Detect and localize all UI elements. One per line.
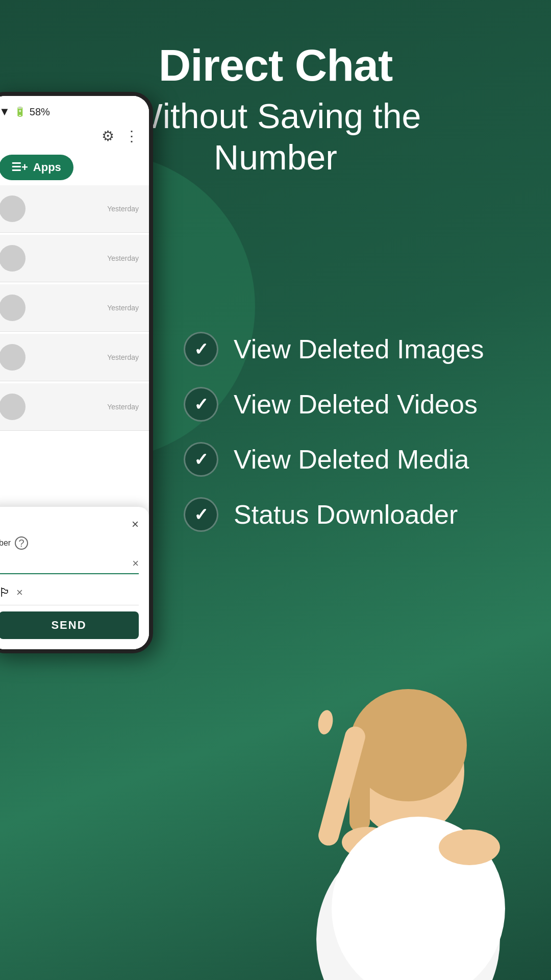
main-content: Direct Chat Without Saving theNumber ▼ 🔋… [0,0,551,980]
dialog-input-row: × [0,554,139,574]
chat-info [33,258,100,259]
avatar [0,344,26,371]
main-title: Direct Chat [31,41,520,90]
chat-list: Yesterday Yesterday Ye [0,185,149,431]
feature-label: Status Downloader [234,499,458,530]
phone-number-input[interactable] [0,558,132,569]
apps-button-icon: ☰+ [11,161,28,174]
svg-point-7 [316,709,335,736]
status-left: ▼ 🔋 58% [0,105,50,118]
feature-label: View Deleted Videos [234,389,478,420]
avatar [0,295,26,321]
chat-info [33,307,100,309]
phone-inner: ▼ 🔋 58% ⚙ ⋮ ☰+ Apps [0,96,149,649]
features-section: ✓ View Deleted Images ✓ View Deleted Vid… [184,332,531,552]
checkmark: ✓ [194,504,208,525]
dialog-number-label: ber ? [0,536,139,550]
feature-item-4: ✓ Status Downloader [184,497,531,532]
country-flag: 🏳 [0,585,11,600]
feature-check-icon: ✓ [184,332,218,366]
feature-label: View Deleted Media [234,444,469,475]
phone-mockup: ▼ 🔋 58% ⚙ ⋮ ☰+ Apps [0,92,153,653]
chat-time: Yesterday [107,254,139,262]
apps-button-label: Apps [33,161,61,174]
more-options-icon[interactable]: ⋮ [124,128,139,144]
flag-clear-icon[interactable]: × [16,586,23,599]
apps-button[interactable]: ☰+ Apps [0,155,73,180]
woman-image [265,623,551,980]
chat-time: Yesterday [107,205,139,213]
chat-item[interactable]: Yesterday [0,235,149,282]
feature-item-2: ✓ View Deleted Videos [184,387,531,422]
chat-item[interactable]: Yesterday [0,185,149,233]
chat-time: Yesterday [107,403,139,411]
chat-time: Yesterday [107,304,139,312]
dialog-close-button[interactable]: × [132,517,139,531]
number-label-text: ber [0,538,11,548]
feature-item-3: ✓ View Deleted Media [184,442,531,477]
direct-chat-dialog: × ber ? × 🏳 × SEND [0,507,149,649]
battery-icon: 🔋 [14,106,26,117]
chat-info [33,357,100,358]
feature-item-1: ✓ View Deleted Images [184,332,531,366]
avatar [0,195,26,222]
chat-time: Yesterday [107,353,139,361]
chat-item[interactable]: Yesterday [0,383,149,431]
wifi-icon: ▼ [0,105,10,118]
feature-label: View Deleted Images [234,334,484,364]
svg-point-9 [439,829,500,865]
phone-status-bar: ▼ 🔋 58% [0,96,149,122]
feature-check-icon: ✓ [184,497,218,532]
checkmark: ✓ [194,449,208,470]
feature-check-icon: ✓ [184,387,218,422]
chat-item[interactable]: Yesterday [0,334,149,381]
chat-info [33,208,100,210]
avatar [0,245,26,272]
avatar [0,394,26,420]
help-icon[interactable]: ? [15,536,28,550]
checkmark: ✓ [194,339,208,359]
input-clear-icon[interactable]: × [132,557,139,570]
send-button[interactable]: SEND [0,611,139,639]
phone-app-bar: ⚙ ⋮ [0,122,149,150]
dialog-header: × [0,517,139,531]
feature-check-icon: ✓ [184,442,218,477]
woman-svg [265,623,551,980]
chat-item[interactable]: Yesterday [0,284,149,332]
battery-percent: 58% [30,106,50,118]
dialog-flag-row: 🏳 × [0,580,139,605]
gear-icon[interactable]: ⚙ [102,128,114,144]
checkmark: ✓ [194,394,208,414]
chat-info [33,406,100,408]
